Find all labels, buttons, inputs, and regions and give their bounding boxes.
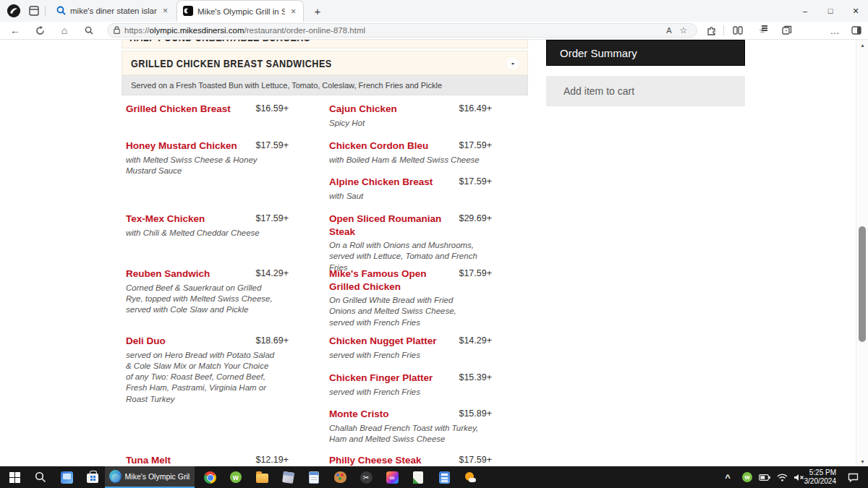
menu-item-price: $17.59+ — [459, 454, 492, 465]
tray-hidden-icons-chevron[interactable]: ^ — [715, 466, 741, 488]
menu-item-description: with Melted Swiss Cheese & Honey Mustard… — [126, 155, 278, 177]
menu-item-name[interactable]: Honey Mustard Chicken — [126, 140, 237, 153]
menu-item-name[interactable]: Grilled Chicken Breast — [126, 103, 231, 116]
menu-panel: HALF POUND UNBEATABLE BURGERS GRILLED CH… — [122, 40, 528, 466]
calculator-icon[interactable] — [431, 466, 457, 488]
lock-icon[interactable] — [114, 24, 120, 37]
snipping-tool-icon[interactable]: ✂ — [353, 466, 379, 488]
taskbar-search-icon[interactable] — [27, 466, 54, 488]
taskbar: Mike's Olympic Gril... w ✂ ∞ ^ w 5:25 PM… — [0, 466, 868, 488]
menu-item[interactable]: Chicken Nugget Platter$14.29+ served wit… — [329, 335, 492, 361]
extensions-icon[interactable] — [703, 23, 720, 38]
menu-item-price: $18.69+ — [255, 335, 289, 346]
menu-item-name[interactable]: Philly Cheese Steak — [329, 454, 422, 466]
read-aloud-icon[interactable]: A — [662, 26, 676, 35]
address-bar[interactable]: https://olympic.mikesdinersi.com/restaur… — [107, 23, 697, 38]
tab-close-icon[interactable]: × — [289, 7, 297, 17]
home-button[interactable]: ⌂ — [56, 23, 72, 38]
scrollbar-thumb[interactable] — [859, 226, 866, 342]
menu-item-name[interactable]: Deli Duo — [126, 335, 166, 348]
menu-item[interactable]: Honey Mustard Chicken$17.59+ with Melted… — [126, 140, 289, 176]
favorites-bar-icon[interactable]: ☆ — [754, 23, 771, 38]
file-explorer-icon[interactable] — [249, 466, 275, 488]
new-tab-button[interactable]: + — [310, 3, 326, 19]
taskbar-active-edge-window[interactable]: Mike's Olympic Gril... — [105, 466, 195, 488]
menu-item-name[interactable]: Alpine Chicken Breast — [329, 176, 433, 189]
scroll-down-arrow[interactable]: ▼ — [856, 456, 868, 466]
menu-item-price: $17.59+ — [459, 267, 492, 278]
menu-item-price: $14.29+ — [255, 267, 289, 278]
menu-item[interactable]: Alpine Chicken Breast$17.59+ with Saut — [329, 176, 492, 202]
search-icon[interactable] — [81, 23, 97, 38]
menu-item[interactable]: Grilled Chicken Breast$16.59+ — [126, 103, 289, 118]
menu-item-price: $15.39+ — [459, 372, 492, 382]
paint-icon[interactable] — [327, 466, 353, 488]
refresh-button[interactable] — [32, 23, 48, 38]
weather-app-icon[interactable] — [457, 466, 483, 488]
menu-item-name[interactable]: Mike's Famous Open Grilled Chicken — [329, 267, 443, 293]
menu-item[interactable]: Reuben Sandwich$14.29+ Corned Beef & Sau… — [126, 267, 289, 315]
profile-avatar[interactable] — [7, 4, 20, 17]
copilot-sidebar-icon[interactable] — [848, 23, 865, 38]
w-app-icon[interactable]: w — [223, 466, 249, 488]
menu-item-name[interactable]: Chicken Nugget Platter — [329, 335, 437, 348]
adobe-express-icon[interactable]: ∞ — [379, 466, 405, 488]
taskbar-clock[interactable]: 5:25 PM 3/20/2024 — [804, 466, 840, 488]
menu-item[interactable]: Monte Cristo$15.89+ Challah Bread French… — [329, 408, 492, 445]
menu-item-name[interactable]: Chicken Cordon Bleu — [329, 140, 428, 153]
action-center-icon[interactable] — [841, 466, 865, 488]
section-header-grilled-chicken[interactable]: GRILLED CHICKEN BREAST SANDWICHES - — [122, 51, 528, 75]
menu-item-description: On Grilled White Bread with Fried Onions… — [329, 295, 481, 328]
menu-item-price: $17.59+ — [255, 213, 289, 223]
menu-item-name[interactable]: Monte Cristo — [329, 408, 389, 421]
menu-item[interactable]: Mike's Famous Open Grilled Chicken$17.59… — [329, 267, 492, 328]
menu-item[interactable]: Philly Cheese Steak$17.59+ — [329, 454, 492, 466]
menu-item[interactable]: Chicken Cordon Bleu$17.59+ with Boiled H… — [329, 140, 492, 166]
3d-viewer-icon[interactable] — [275, 466, 301, 488]
menu-item[interactable]: Tex-Mex Chicken$17.59+ with Chili & Melt… — [126, 213, 289, 239]
tab-close-icon[interactable]: × — [161, 6, 169, 16]
menu-item-name[interactable]: Open Sliced Roumanian Steak — [329, 213, 443, 238]
tab-mikes-grill[interactable]: Mike's Olympic Grill in Staten Isla × — [176, 0, 304, 22]
url-text[interactable]: https://olympic.mikesdinersi.com/restaur… — [124, 26, 662, 35]
menu-item[interactable]: Deli Duo$18.69+ served on Hero Bread wit… — [126, 335, 289, 405]
chrome-icon[interactable] — [197, 466, 223, 488]
window-close-button[interactable]: × — [843, 0, 868, 22]
split-screen-icon[interactable] — [729, 23, 746, 38]
collections-icon[interactable] — [778, 23, 796, 38]
page-viewport: HALF POUND UNBEATABLE BURGERS GRILLED CH… — [0, 40, 868, 466]
menu-item-description: with Boiled Ham & Melted Swiss Cheese — [329, 155, 481, 166]
menu-item-name[interactable]: Tex-Mex Chicken — [126, 213, 205, 226]
section-header-burgers[interactable]: HALF POUND UNBEATABLE BURGERS — [122, 40, 528, 48]
divider — [723, 25, 724, 35]
mikes-grill-favicon — [183, 6, 193, 17]
menu-item-name[interactable]: Chicken Finger Platter — [329, 372, 433, 385]
window-maximize-button[interactable]: □ — [818, 0, 843, 22]
menu-item-name[interactable]: Cajun Chicken — [329, 103, 397, 116]
start-button[interactable] — [1, 466, 27, 488]
add-favorite-star-icon[interactable]: ☆ — [676, 25, 691, 35]
battery-icon[interactable] — [755, 466, 774, 488]
collapse-section-button[interactable]: - — [507, 58, 519, 69]
tab-actions-icon[interactable] — [27, 4, 41, 17]
window-minimize-button[interactable]: – — [793, 0, 817, 22]
menu-item[interactable]: Chicken Finger Platter$15.39+ served wit… — [329, 372, 492, 398]
tray-w-app-icon[interactable]: w — [738, 466, 757, 488]
settings-more-icon[interactable]: … — [826, 23, 843, 38]
menu-item[interactable]: Tuna Melt$12.19+ — [126, 454, 289, 466]
menu-item-name[interactable]: Tuna Melt — [126, 454, 171, 466]
page-scrollbar[interactable]: ▲ ▼ — [856, 40, 868, 466]
menu-item-description: Spicy Hot — [329, 118, 481, 129]
journal-app-icon[interactable] — [405, 466, 431, 488]
menu-item-name[interactable]: Reuben Sandwich — [126, 267, 210, 281]
notepad-icon[interactable] — [301, 466, 327, 488]
photos-app-icon[interactable] — [54, 466, 80, 488]
menu-item[interactable]: Open Sliced Roumanian Steak$29.69+ On a … — [329, 213, 492, 273]
menu-item[interactable]: Cajun Chicken$16.49+ Spicy Hot — [329, 103, 492, 129]
scroll-up-arrow[interactable]: ▲ — [856, 40, 868, 50]
tab-search-results[interactable]: mike's diner staten island - Searc × — [51, 0, 175, 22]
back-button[interactable]: ← — [7, 23, 23, 38]
microsoft-store-icon[interactable] — [80, 466, 106, 488]
menu-items-list: Grilled Chicken Breast$16.59+ Honey Must… — [122, 95, 528, 466]
menu-item-price: $29.69+ — [459, 213, 492, 223]
